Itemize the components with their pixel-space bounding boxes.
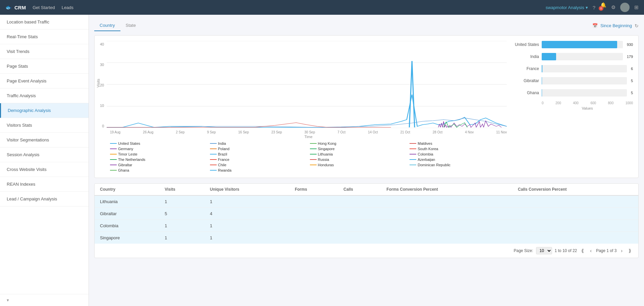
legend-ghana: Ghana xyxy=(110,168,207,172)
y-tick-10: 10 xyxy=(100,104,104,108)
top-navbar: 🐟 CRM Get Started Leads swapmotor Analys… xyxy=(0,0,644,15)
bar-track-france xyxy=(542,65,627,72)
cell-country: Lithuania xyxy=(95,195,159,208)
sidebar-item-page-event-analysis[interactable]: Page Event Analysis xyxy=(0,74,89,88)
avatar[interactable] xyxy=(620,3,630,12)
sidebar-item-visitors-stats[interactable]: Visitors Stats xyxy=(0,118,89,133)
main-content: Country State 📅 Since Beginning ↻ 40 30 xyxy=(89,15,644,306)
tab-country[interactable]: Country xyxy=(94,20,120,31)
cell-calls xyxy=(338,208,381,220)
sidebar-item-lead-campaign-analysis[interactable]: Lead / Campaign Analysis xyxy=(0,192,89,206)
legend-united-states: United States xyxy=(110,141,207,145)
legend-france: France xyxy=(210,158,307,162)
col-unique-visitors: Unique Visitors xyxy=(205,184,289,195)
sidebar-item-cross-website-visits[interactable]: Cross Website Visits xyxy=(0,162,89,177)
legend-chile: Chile xyxy=(210,163,307,167)
legend-azerbaijan: Azerbaijan xyxy=(410,158,507,162)
sidebar-item-visit-trends[interactable]: Visit Trends xyxy=(0,44,89,59)
notification-icon[interactable]: 🔔0 xyxy=(600,2,606,13)
page-size-select[interactable]: 10 25 50 xyxy=(536,247,552,254)
y-tick-20: 20 xyxy=(100,83,104,87)
sidebar-item-real-time-stats[interactable]: Real-Time Stats xyxy=(0,29,89,44)
sidebar-item-rean-indexes[interactable]: REAN Indexes xyxy=(0,177,89,192)
sidebar-collapse-button[interactable]: ▾ xyxy=(0,294,89,306)
col-calls: Calls xyxy=(338,184,381,195)
first-page-button[interactable]: ⟪ xyxy=(580,247,586,254)
y-tick-30: 30 xyxy=(100,63,104,67)
cell-calls-pct xyxy=(513,195,638,208)
last-page-button[interactable]: ⟫ xyxy=(627,247,633,254)
x-tick-30sep: 30 Sep xyxy=(305,130,315,134)
bar-chart-area: United States 930 India 179 France xyxy=(512,41,633,172)
x-tick-9sep: 9 Sep xyxy=(207,130,216,134)
legend-poland: Poland xyxy=(210,147,307,151)
cell-forms-pct xyxy=(381,208,513,220)
bar-fill-france xyxy=(542,65,542,72)
cell-country: Colombia xyxy=(95,220,159,232)
cell-forms xyxy=(289,208,338,220)
help-icon[interactable]: ? xyxy=(593,5,595,10)
bar-label-france: France xyxy=(512,66,539,71)
settings-icon[interactable]: ⚙ xyxy=(611,4,615,10)
legend-singapore: Singapore xyxy=(310,147,407,151)
date-filter[interactable]: 📅 Since Beginning ↻ xyxy=(592,23,639,28)
sidebar-item-session-analysis[interactable]: Session Analysis xyxy=(0,147,89,162)
sidebar-item-page-stats[interactable]: Page Stats xyxy=(0,59,89,74)
sidebar-item-demographic-analysis[interactable]: Demographic Analysis xyxy=(0,103,89,118)
bar-row-ghana: Ghana 5 xyxy=(512,89,633,97)
y-tick-0: 0 xyxy=(102,124,104,128)
cell-forms xyxy=(289,232,338,244)
sidebar-item-location-based-traffic[interactable]: Location based Traffic xyxy=(0,15,89,29)
cell-forms-pct xyxy=(381,220,513,232)
prev-page-button[interactable]: ‹ xyxy=(588,247,593,254)
tab-state[interactable]: State xyxy=(120,20,141,31)
sidebar-item-traffic-analysis[interactable]: Traffic Analysis xyxy=(0,88,89,103)
legend-brazil: Brazil xyxy=(210,152,307,156)
x-tick-21oct: 21 Oct xyxy=(400,130,410,134)
next-page-button[interactable]: › xyxy=(619,247,624,254)
grid-icon[interactable]: ⊞ xyxy=(634,4,639,10)
data-table: Country Visits Unique Visitors Forms Cal… xyxy=(94,183,639,258)
bar-x-label: Values xyxy=(512,106,633,110)
x-tick-4nov: 4 Nov xyxy=(465,130,474,134)
x-tick-14oct: 14 Oct xyxy=(368,130,378,134)
bar-fill-gibraltar xyxy=(542,77,542,84)
sidebar-item-visitor-segmentations[interactable]: Visitor Segmentations xyxy=(0,133,89,147)
chart-section: 40 30 20 10 0 xyxy=(94,35,639,178)
legend-maldives: Maldives xyxy=(410,141,507,145)
bar-label-ghana: Ghana xyxy=(512,90,539,95)
col-country: Country xyxy=(95,184,159,195)
cell-forms-pct xyxy=(381,195,513,208)
refresh-icon[interactable]: ↻ xyxy=(635,23,639,28)
col-visits: Visits xyxy=(159,184,205,195)
col-forms: Forms xyxy=(289,184,338,195)
bar-value-india: 179 xyxy=(627,55,633,59)
cell-country: Singapore xyxy=(95,232,159,244)
chart-legend: United States India Hong Kong Maldives xyxy=(110,141,507,172)
cell-calls xyxy=(338,195,381,208)
legend-russia: Russia xyxy=(310,158,407,162)
legend-colombia: Colombia xyxy=(410,152,507,156)
analysis-label: swapmotor Analysis xyxy=(546,5,584,10)
bar-label-india: India xyxy=(512,54,539,59)
nav-leads[interactable]: Leads xyxy=(62,5,73,10)
analysis-selector[interactable]: swapmotor Analysis ▾ xyxy=(546,5,588,10)
bar-fill-india xyxy=(542,53,556,60)
page-range: 1 to 10 of 22 xyxy=(555,248,577,253)
legend-lithuania: Lithuania xyxy=(310,152,407,156)
line-chart-area: 40 30 20 10 0 xyxy=(100,41,507,172)
bar-track-india xyxy=(542,53,623,60)
bar-row-india: India 179 xyxy=(512,53,633,60)
legend-india: India xyxy=(210,141,307,145)
legend-germany: Germany xyxy=(110,147,207,151)
chevron-down-icon: ▾ xyxy=(586,5,588,10)
cell-forms xyxy=(289,220,338,232)
cell-forms-pct xyxy=(381,232,513,244)
brand-logo[interactable]: 🐟 CRM xyxy=(5,4,26,10)
legend-hong-kong: Hong Kong xyxy=(310,141,407,145)
legend-south-korea: South Korea xyxy=(410,147,507,151)
nav-get-started[interactable]: Get Started xyxy=(33,5,55,10)
cell-visits: 1 xyxy=(159,195,205,208)
current-page-label: Page 1 of 3 xyxy=(596,248,616,253)
calendar-icon: 📅 xyxy=(592,23,598,28)
